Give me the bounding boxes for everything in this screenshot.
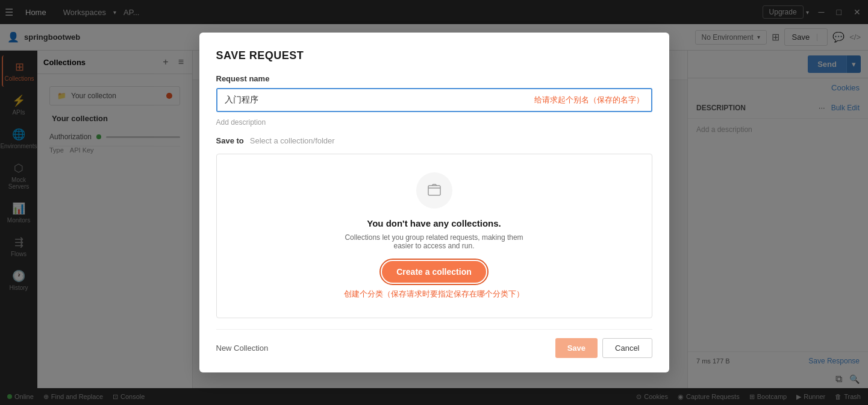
svg-rect-0 bbox=[428, 186, 440, 195]
request-name-input[interactable] bbox=[217, 89, 534, 111]
empty-collection-desc: Collections let you group related reques… bbox=[338, 233, 531, 250]
save-to-placeholder: Select a collection/folder bbox=[250, 136, 652, 145]
new-collection-label: New Collection bbox=[216, 344, 269, 353]
save-to-label: Save to bbox=[216, 136, 244, 145]
modal-save-btn[interactable]: Save bbox=[555, 338, 598, 358]
modal-cancel-btn[interactable]: Cancel bbox=[602, 338, 652, 358]
empty-collection-icon bbox=[416, 172, 452, 209]
request-name-label: Request name bbox=[216, 74, 652, 83]
empty-collection-title: You don't have any collections. bbox=[367, 218, 501, 228]
create-collection-annotation: 创建个分类（保存请求时要指定保存在哪个分类下） bbox=[344, 289, 524, 300]
request-name-annotation: 给请求起个别名（保存的名字） bbox=[534, 95, 651, 105]
modal-title: SAVE REQUEST bbox=[216, 49, 652, 62]
modal-overlay: SAVE REQUEST Request name 给请求起个别名（保存的名字）… bbox=[0, 0, 868, 405]
collections-empty-area: You don't have any collections. Collecti… bbox=[216, 154, 652, 318]
create-collection-btn[interactable]: Create a collection bbox=[382, 261, 486, 283]
save-request-modal: SAVE REQUEST Request name 给请求起个别名（保存的名字）… bbox=[199, 33, 669, 372]
add-description-link[interactable]: Add description bbox=[216, 118, 652, 127]
